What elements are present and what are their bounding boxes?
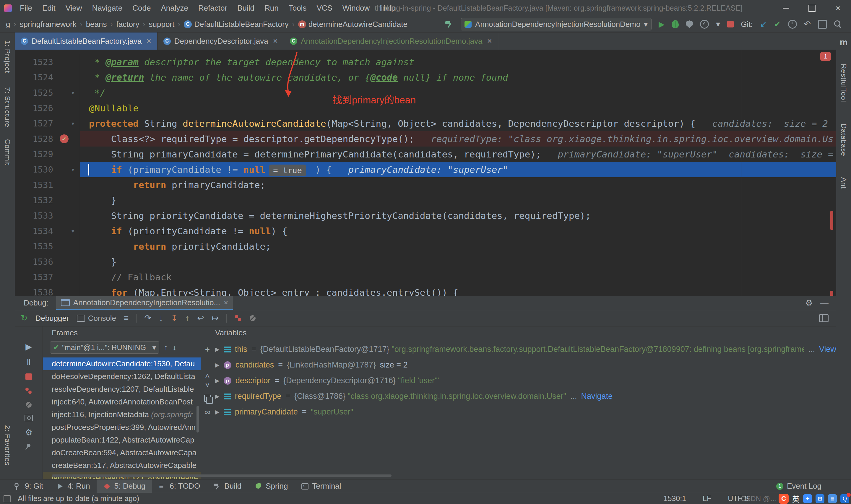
editor-tab[interactable]: CDependencyDescriptor.java× bbox=[158, 33, 284, 50]
code-text[interactable]: if (primaryCandidate != null= true ) {pr… bbox=[80, 162, 836, 177]
step-over-icon[interactable]: ↷ bbox=[144, 314, 151, 323]
git-rollback-button[interactable]: ↶ bbox=[804, 20, 811, 29]
coverage-button[interactable] bbox=[686, 20, 693, 28]
code-text[interactable]: if (priorityCandidate != null) { bbox=[80, 223, 836, 239]
tray-icon[interactable]: ✦ bbox=[803, 494, 812, 503]
tool-window-switcher-icon[interactable] bbox=[3, 495, 11, 502]
event-log-button[interactable]: 1 Event Log bbox=[776, 482, 821, 491]
fold-icon[interactable]: ▾ bbox=[71, 223, 75, 239]
gutter[interactable]: 1525▾ bbox=[15, 85, 80, 101]
hide-icon[interactable]: — bbox=[820, 299, 829, 308]
resume-icon[interactable]: ▶ bbox=[25, 343, 32, 351]
toolbar-button-build[interactable]: Build bbox=[206, 480, 248, 493]
frame-row[interactable]: postProcessProperties:399, AutowiredAnn bbox=[43, 421, 201, 434]
tool-button-1-project[interactable]: 1: Project bbox=[3, 40, 12, 73]
expand-icon[interactable]: ▶ bbox=[215, 362, 220, 368]
stop-button[interactable] bbox=[727, 21, 734, 28]
variable-row[interactable]: ▶primaryCandidate = "superUser" bbox=[215, 404, 836, 420]
maximize-button[interactable] bbox=[799, 0, 825, 16]
menu-vcs[interactable]: VCS bbox=[311, 0, 337, 16]
git-history-button[interactable] bbox=[788, 20, 797, 29]
tool-button-2-favorites[interactable]: 2: Favorites bbox=[3, 425, 12, 466]
tray-icon[interactable]: Q bbox=[840, 494, 849, 503]
run-to-cursor-icon[interactable]: ↦ bbox=[212, 314, 219, 323]
shelf-button[interactable] bbox=[818, 20, 827, 29]
gutter[interactable]: 1531 bbox=[15, 177, 80, 193]
variable-row[interactable]: ▶pcandidates = {LinkedHashMap@1787} size… bbox=[215, 357, 836, 373]
gutter[interactable]: 1526 bbox=[15, 101, 80, 116]
step-into-icon[interactable]: ↓ bbox=[159, 314, 163, 323]
maven-tool-button[interactable]: m bbox=[840, 37, 848, 47]
run-button[interactable]: ▶ bbox=[659, 20, 665, 29]
pause-icon[interactable]: Ⅱ bbox=[26, 358, 31, 366]
tool-button-database[interactable]: Database bbox=[839, 124, 848, 156]
git-update-button[interactable]: ↙ bbox=[760, 20, 767, 29]
close-icon[interactable]: × bbox=[273, 36, 278, 46]
breadcrumb-item[interactable]: mdetermineAutowireCandidate bbox=[297, 20, 408, 29]
pin-icon[interactable] bbox=[26, 443, 31, 448]
previous-frame-icon[interactable]: ↑ bbox=[164, 343, 168, 352]
menu-window[interactable]: Window bbox=[338, 0, 375, 16]
code-text[interactable]: return primaryCandidate; bbox=[80, 177, 836, 193]
editor-tab[interactable]: CDefaultListableBeanFactory.java× bbox=[15, 33, 158, 50]
code-text[interactable]: return priorityCandidate; bbox=[80, 239, 836, 254]
code-text[interactable]: * @return the name of the autowire candi… bbox=[80, 70, 836, 85]
ime-indicator[interactable]: 英 bbox=[792, 493, 800, 504]
code-text[interactable]: Class<?> requiredType = descriptor.getDe… bbox=[80, 131, 836, 146]
frame-row[interactable]: inject:116, InjectionMetadata (org.sprin… bbox=[43, 408, 201, 421]
gear-icon[interactable]: ⚙ bbox=[805, 298, 813, 308]
menu-analyze[interactable]: Analyze bbox=[156, 0, 193, 16]
frame-row[interactable]: inject:640, AutowiredAnnotationBeanPost bbox=[43, 396, 201, 408]
frame-row[interactable]: doResolveDependency:1262, DefaultLista bbox=[43, 370, 201, 383]
gutter[interactable]: 1529 bbox=[15, 146, 80, 162]
git-commit-button[interactable]: ✔ bbox=[774, 20, 781, 29]
editor[interactable]: 1523 * @param descriptor the target depe… bbox=[15, 50, 836, 296]
force-step-into-icon[interactable]: ↧ bbox=[171, 314, 178, 323]
frames-scrollbar[interactable] bbox=[197, 406, 199, 432]
tab-console[interactable]: Console bbox=[77, 314, 116, 323]
close-icon[interactable]: × bbox=[487, 36, 492, 46]
tool-button-commit[interactable]: Commit bbox=[3, 139, 12, 165]
editor-tab[interactable]: CAnnotationDependencyInjectionResolution… bbox=[284, 33, 498, 50]
menu-build[interactable]: Build bbox=[232, 0, 259, 16]
gutter[interactable]: 1537 bbox=[15, 269, 80, 285]
debug-button[interactable] bbox=[672, 20, 679, 29]
settings-icon[interactable]: ⚙ bbox=[25, 428, 32, 437]
caret-position[interactable]: 1530:1 bbox=[664, 494, 686, 503]
menu-file[interactable]: File bbox=[15, 0, 37, 16]
code-text[interactable]: String priorityCandidate = determineHigh… bbox=[80, 208, 836, 223]
value-link[interactable]: View bbox=[819, 345, 836, 354]
code-text[interactable]: protected String determineAutowireCandid… bbox=[80, 116, 836, 131]
toolbar-button-5-debug[interactable]: 5: Debug bbox=[97, 480, 152, 493]
mute-breakpoints-icon[interactable] bbox=[250, 315, 256, 321]
debug-session-tab[interactable]: AnnotationDependencyInjectionResolutio..… bbox=[56, 296, 233, 310]
tray-icon[interactable]: ⊞ bbox=[816, 494, 825, 503]
code-text[interactable]: * @param descriptor the target dependenc… bbox=[80, 54, 836, 70]
view-breakpoints-icon[interactable] bbox=[234, 314, 242, 322]
frame-row[interactable]: resolveDependency:1207, DefaultListable bbox=[43, 383, 201, 396]
code-text[interactable]: @Nullable bbox=[80, 101, 836, 116]
line-ending[interactable]: LF bbox=[703, 494, 711, 503]
expand-icon[interactable]: ▶ bbox=[215, 377, 220, 384]
gutter[interactable]: 1523 bbox=[15, 54, 80, 70]
gutter[interactable]: 1532 bbox=[15, 193, 80, 208]
fold-icon[interactable]: ▾ bbox=[71, 162, 75, 177]
fold-icon[interactable]: ▾ bbox=[71, 85, 75, 101]
next-frame-icon[interactable]: ↓ bbox=[173, 343, 176, 352]
rerun-icon[interactable]: ↻ bbox=[21, 314, 28, 323]
frame-row[interactable]: populateBean:1422, AbstractAutowireCap bbox=[43, 434, 201, 446]
thread-selector[interactable]: ✔ "main"@1 i...": RUNNING ▾ bbox=[50, 341, 159, 354]
mute-breakpoints-icon[interactable] bbox=[26, 402, 32, 408]
menu-tools[interactable]: Tools bbox=[284, 0, 312, 16]
expand-icon[interactable]: ▶ bbox=[215, 393, 220, 400]
thread-dump-icon[interactable] bbox=[24, 415, 33, 421]
breadcrumb-item[interactable]: CDefaultListableBeanFactory bbox=[183, 20, 289, 29]
frame-row[interactable]: doCreateBean:594, AbstractAutowireCapa bbox=[43, 446, 201, 459]
step-out-icon[interactable]: ↑ bbox=[185, 314, 189, 323]
close-button[interactable]: × bbox=[825, 0, 851, 16]
gutter[interactable]: 1533 bbox=[15, 208, 80, 223]
code-text[interactable]: } bbox=[80, 193, 836, 208]
menu-run[interactable]: Run bbox=[259, 0, 284, 16]
gutter[interactable]: 1534▾ bbox=[15, 223, 80, 239]
tab-debugger[interactable]: Debugger bbox=[35, 314, 69, 323]
